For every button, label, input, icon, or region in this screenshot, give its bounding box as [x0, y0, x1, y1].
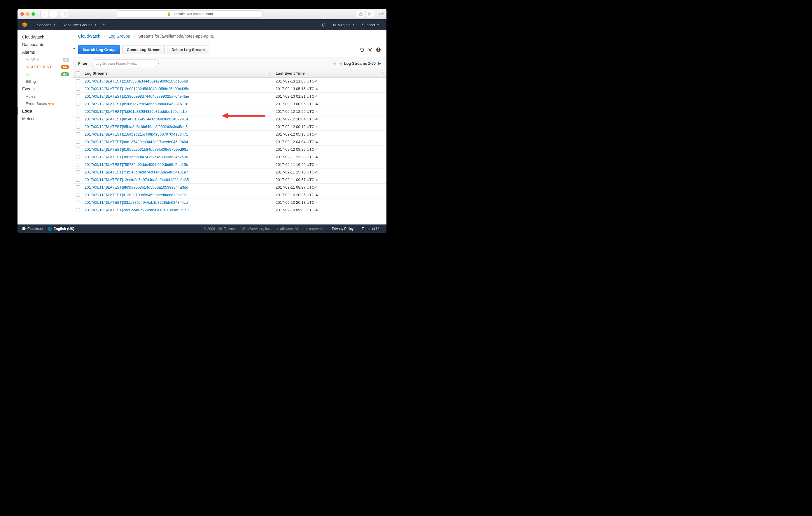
- privacy-policy-link[interactable]: Privacy Policy: [332, 227, 354, 231]
- breadcrumb-cloudwatch[interactable]: CloudWatch: [78, 34, 100, 38]
- delete-log-stream-button[interactable]: Delete Log Stream: [167, 45, 209, 54]
- log-stream-link[interactable]: 2017/09/12/[$LATEST]1184b9d215cf49b4a3b0…: [85, 132, 188, 136]
- log-stream-link[interactable]: 2017/09/12/[$LATEST]8195aa2531b84bb79fbf…: [85, 147, 188, 152]
- breadcrumb-log-groups[interactable]: Log Groups: [109, 34, 130, 38]
- sidebar-item-cloudwatch[interactable]: CloudWatch: [18, 33, 72, 41]
- create-log-stream-button[interactable]: Create Log Stream: [122, 45, 165, 54]
- sidebar-item-metrics[interactable]: Metrics: [18, 115, 72, 122]
- log-stream-link[interactable]: 2017/09/12/[$LATEST]7bf801a83f8f4825b31b…: [85, 109, 187, 114]
- page-first-icon[interactable]: ⎮◀: [331, 61, 336, 66]
- help-icon[interactable]: ?: [375, 47, 381, 53]
- sidebar-collapse-button[interactable]: ◀: [72, 45, 76, 52]
- row-checkbox[interactable]: [76, 110, 80, 113]
- column-header-last-event-time[interactable]: Last Event Time ▾: [273, 71, 386, 75]
- notifications-icon[interactable]: [318, 19, 329, 30]
- log-stream-link[interactable]: 2017/09/11/[$LATEST]12ecfd2d6e0744da8e94…: [85, 178, 189, 182]
- language-selector[interactable]: 🌐 English (US): [48, 227, 74, 231]
- forward-button[interactable]: ›: [49, 11, 57, 17]
- log-stream-link[interactable]: 2017/09/11/[$LATEST]00bfa776c4044ab3b722…: [85, 200, 188, 205]
- sidebar-item-billing[interactable]: Billing: [18, 78, 72, 85]
- row-checkbox[interactable]: [76, 178, 80, 182]
- row-checkbox[interactable]: [76, 208, 80, 212]
- sidebar-item-logs[interactable]: Logs: [18, 107, 72, 115]
- gear-icon[interactable]: [367, 47, 373, 53]
- table-row[interactable]: 2017/09/11/[$LATEST]8f63fbe058b14d5b8da1…: [73, 184, 386, 191]
- refresh-icon[interactable]: [359, 47, 365, 53]
- table-row[interactable]: 2017/09/12/[$LATEST]9b61df5d8f474159a4c9…: [73, 153, 386, 161]
- reload-icon[interactable]: ⟳: [381, 12, 383, 16]
- sidebar-item-insufficient[interactable]: INSUFFICIENT66: [18, 63, 72, 70]
- row-checkbox[interactable]: [76, 140, 80, 144]
- sidebar-toggle-button[interactable]: [61, 11, 69, 17]
- share-icon[interactable]: [357, 11, 365, 17]
- table-row[interactable]: 2017/09/11/[$LATEST]d13d2a109a5e469bbeef…: [73, 191, 386, 199]
- row-checkbox[interactable]: [76, 170, 80, 174]
- table-row[interactable]: 2017/09/12/[$LATEST]85bfa8d640b649ac8f00…: [73, 123, 386, 131]
- table-row[interactable]: 2017/09/13/[$LATEST]fe3067e7fea94dbab0bb…: [73, 100, 386, 108]
- row-checkbox[interactable]: [76, 79, 80, 83]
- log-stream-link[interactable]: 2017/09/11/[$LATEST]8f63fbe058b14d5b8da1…: [85, 185, 188, 189]
- page-prev-icon[interactable]: ◀: [339, 61, 342, 66]
- log-stream-link[interactable]: 2017/09/12/[$LATEST]9b61df5d8f474159a4c9…: [85, 155, 188, 159]
- filter-input[interactable]: Log Stream Name Prefix ×: [92, 59, 159, 67]
- log-stream-link[interactable]: 2017/09/11/[$LATEST]d13d2a109a5e469bbeef…: [85, 193, 187, 197]
- log-stream-link[interactable]: 2017/09/11/[$LATEST]75b5e8d8edd74cfaa402…: [85, 170, 188, 174]
- table-row[interactable]: 2017/09/11/[$LATEST]00bfa776c4044ab3b722…: [73, 199, 386, 206]
- table-row[interactable]: 2017/09/12/[$LATEST]1184b9d215cf49b4a3b0…: [73, 131, 386, 138]
- row-checkbox[interactable]: [76, 94, 80, 98]
- search-log-group-button[interactable]: Search Log Group: [78, 45, 120, 54]
- table-row[interactable]: 2017/09/13/[$LATEST]12e001232d564048a058…: [73, 85, 386, 93]
- log-stream-link[interactable]: 2017/09/11/[$LATEST]755739a02ddc409fb029…: [85, 162, 188, 167]
- log-stream-link[interactable]: 2017/09/12/[$LATEST]fe5405a8595144ad8a4f…: [85, 117, 188, 121]
- table-row[interactable]: 2017/09/10/[$LATEST]2ed0cc4f8b274da98e16…: [73, 206, 386, 214]
- minimize-icon[interactable]: [26, 12, 29, 16]
- services-menu[interactable]: Services ▼: [33, 19, 59, 30]
- table-row[interactable]: 2017/09/11/[$LATEST]12ecfd2d6e0744da8e94…: [73, 176, 386, 184]
- row-checkbox[interactable]: [76, 148, 80, 151]
- sidebar-item-events[interactable]: Events: [18, 85, 72, 93]
- row-checkbox[interactable]: [76, 201, 80, 204]
- table-row[interactable]: 2017/09/12/[$LATEST]8195aa2531b84bb79fbf…: [73, 146, 386, 153]
- row-checkbox[interactable]: [76, 185, 80, 189]
- log-stream-link[interactable]: 2017/09/13/[$LATEST]d13860998d74404c8799…: [85, 94, 189, 98]
- sidebar-item-alarm[interactable]: ALARM0: [18, 56, 72, 63]
- table-row[interactable]: 2017/09/13/[$LATEST]d13860998d74404c8799…: [73, 93, 386, 100]
- sidebar-item-dashboards[interactable]: Dashboards: [18, 41, 72, 49]
- log-stream-link[interactable]: 2017/09/13/[$LATEST]12e001232d564048a058…: [85, 87, 189, 91]
- sidebar-item-ok[interactable]: OK64: [18, 70, 72, 78]
- terms-of-use-link[interactable]: Terms of Use: [362, 227, 382, 231]
- table-row[interactable]: 2017/09/11/[$LATEST]75b5e8d8edd74cfaa402…: [73, 169, 386, 176]
- log-stream-link[interactable]: 2017/09/12/[$LATEST]85bfa8d640b649ac8f00…: [85, 124, 187, 129]
- support-menu[interactable]: Support ▼: [358, 19, 383, 30]
- table-row[interactable]: 2017/09/12/[$LATEST]7bf801a83f8f4825b31b…: [73, 108, 386, 116]
- page-next-icon[interactable]: ▶: [378, 61, 381, 66]
- sidebar-item-alarms[interactable]: Alarms: [18, 49, 72, 56]
- tabs-icon[interactable]: [366, 11, 374, 17]
- table-row[interactable]: 2017/09/13/[$LATEST]218f5330a344456ea796…: [73, 78, 386, 85]
- pin-icon[interactable]: [100, 19, 107, 30]
- close-icon[interactable]: [21, 12, 24, 16]
- row-checkbox[interactable]: [76, 87, 80, 91]
- column-header-log-streams[interactable]: Log Streams ▾: [83, 71, 273, 75]
- row-checkbox[interactable]: [76, 193, 80, 197]
- region-menu[interactable]: N. Virginia ▼: [329, 19, 358, 30]
- log-stream-link[interactable]: 2017/09/12/[$LATEST]aac137430ea3442d9f5b…: [85, 140, 188, 144]
- feedback-button[interactable]: 💬 Feedback: [22, 227, 44, 231]
- row-checkbox[interactable]: [76, 102, 80, 106]
- aws-logo-icon[interactable]: [21, 21, 28, 28]
- back-button[interactable]: ‹: [40, 11, 49, 17]
- table-row[interactable]: 2017/09/11/[$LATEST]755739a02ddc409fb029…: [73, 161, 386, 169]
- address-bar[interactable]: 🔒 console.aws.amazon.com ⟳: [117, 10, 263, 18]
- clear-filter-icon[interactable]: ×: [154, 61, 156, 66]
- row-checkbox[interactable]: [76, 132, 80, 136]
- table-row[interactable]: 2017/09/12/[$LATEST]aac137430ea3442d9f5b…: [73, 138, 386, 146]
- sidebar-item-event-buses[interactable]: Event BusesNEW: [18, 100, 72, 107]
- row-checkbox[interactable]: [76, 125, 80, 128]
- row-checkbox[interactable]: [76, 155, 80, 159]
- table-row[interactable]: 2017/09/12/[$LATEST]fe5405a8595144ad8a4f…: [73, 116, 386, 123]
- resource-groups-menu[interactable]: Resource Groups ▼: [59, 19, 100, 30]
- log-stream-link[interactable]: 2017/09/10/[$LATEST]2ed0cc4f8b274da98e16…: [85, 208, 189, 212]
- maximize-icon[interactable]: [31, 12, 35, 16]
- row-checkbox[interactable]: [76, 117, 80, 121]
- row-checkbox[interactable]: [76, 163, 80, 166]
